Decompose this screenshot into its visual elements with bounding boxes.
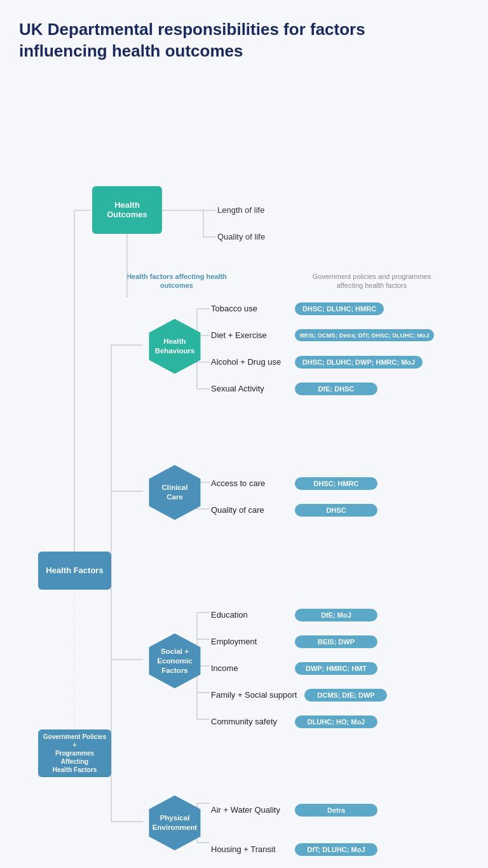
education-pill: DfE; MoJ bbox=[295, 609, 377, 621]
tobacco-use-pill: DHSC; DLUHC; HMRC bbox=[295, 302, 384, 315]
family-social-label: Family + Social support bbox=[211, 690, 297, 700]
row-alcohol-drug: Alcohol + Drug use DHSC; DLUHC; DWP; HMR… bbox=[211, 356, 423, 369]
alcohol-drug-label: Alcohol + Drug use bbox=[211, 357, 287, 367]
housing-transit-pill: DfT; DLUHC; MoJ bbox=[295, 843, 377, 856]
physical-environment-label: PhysicalEnvironment bbox=[147, 813, 202, 832]
air-water-label: Air + Water Quality bbox=[211, 805, 287, 815]
row-tobacco-use: Tobacco use DHSC; DLUHC; HMRC bbox=[211, 302, 384, 315]
health-outcomes-label: HealthOutcomes bbox=[107, 200, 147, 219]
gov-policies-label: Government Policies +Programmes Affectin… bbox=[42, 733, 107, 774]
quality-care-pill: DHSC bbox=[295, 504, 377, 517]
community-safety-label: Community safety bbox=[211, 717, 287, 726]
social-economic-label: Social +EconomicFactors bbox=[152, 647, 198, 675]
gov-policies-box: Government Policies +Programmes Affectin… bbox=[38, 729, 111, 777]
row-housing-transit: Housing + Transit DfT; DLUHC; MoJ bbox=[211, 843, 377, 856]
employment-pill: BEIS; DWP bbox=[295, 635, 377, 648]
row-diet-exercise: Diet + Exercise BEIS; DCMS; Detra; DfT; … bbox=[211, 329, 434, 341]
row-sexual-activity: Sexual Activity DfE; DHSC bbox=[211, 383, 377, 395]
row-community-safety: Community safety DLUHC; HO; MoJ bbox=[211, 715, 377, 728]
health-behaviours-label: HealthBehaviours bbox=[150, 337, 200, 356]
row-family-social: Family + Social support DCMS; DfE; DWP bbox=[211, 689, 387, 702]
health-behaviours-hex: HealthBehaviours bbox=[143, 316, 207, 377]
education-label: Education bbox=[211, 610, 287, 620]
sexual-activity-label: Sexual Activity bbox=[211, 384, 287, 393]
row-access-care: Access to care DHSC; HMRC bbox=[211, 477, 377, 490]
row-education: Education DfE; MoJ bbox=[211, 609, 377, 621]
page-title: UK Departmental responsibilities for fac… bbox=[19, 19, 426, 62]
row-employment: Employment BEIS; DWP bbox=[211, 635, 377, 648]
access-care-pill: DHSC; HMRC bbox=[295, 477, 377, 490]
quality-care-label: Quality of care bbox=[211, 505, 287, 515]
air-water-pill: Detra bbox=[295, 804, 377, 817]
quality-of-life: Quality of life bbox=[217, 232, 265, 241]
clinical-care-hex: ClinicalCare bbox=[143, 463, 207, 523]
sexual-activity-pill: DfE; DHSC bbox=[295, 383, 377, 395]
housing-transit-label: Housing + Transit bbox=[211, 844, 287, 854]
page: UK Departmental responsibilities for fac… bbox=[0, 0, 488, 868]
income-pill: DWP; HMRC; HMT bbox=[295, 662, 377, 675]
row-quality-care: Quality of care DHSC bbox=[211, 504, 377, 517]
clinical-care-label: ClinicalCare bbox=[157, 483, 193, 502]
health-outcomes-box: HealthOutcomes bbox=[92, 186, 162, 234]
health-factors-box: Health Factors bbox=[38, 552, 111, 590]
col-header-health-factors: Health factors affecting health outcomes bbox=[126, 272, 227, 290]
physical-environment-hex: PhysicalEnvironment bbox=[143, 793, 207, 853]
diagram: HealthOutcomes Length of life Quality of… bbox=[19, 75, 470, 868]
alcohol-drug-pill: DHSC; DLUHC; DWP; HMRC; MoJ bbox=[295, 356, 423, 369]
row-income: Income DWP; HMRC; HMT bbox=[211, 662, 377, 675]
diet-exercise-label: Diet + Exercise bbox=[211, 330, 287, 340]
access-care-label: Access to care bbox=[211, 478, 287, 488]
length-of-life: Length of life bbox=[217, 205, 264, 215]
employment-label: Employment bbox=[211, 637, 287, 646]
income-label: Income bbox=[211, 663, 287, 673]
family-social-pill: DCMS; DfE; DWP bbox=[304, 689, 387, 702]
community-safety-pill: DLUHC; HO; MoJ bbox=[295, 715, 377, 728]
social-economic-hex: Social +EconomicFactors bbox=[143, 631, 207, 691]
tobacco-use-label: Tobacco use bbox=[211, 304, 287, 313]
col-header-gov-policies: Government policies and programmes affec… bbox=[311, 272, 432, 290]
diet-exercise-pill: BEIS; DCMS; Detra; DfT; DHSC; DLUHC; MoJ bbox=[295, 329, 434, 341]
row-air-water: Air + Water Quality Detra bbox=[211, 804, 377, 817]
